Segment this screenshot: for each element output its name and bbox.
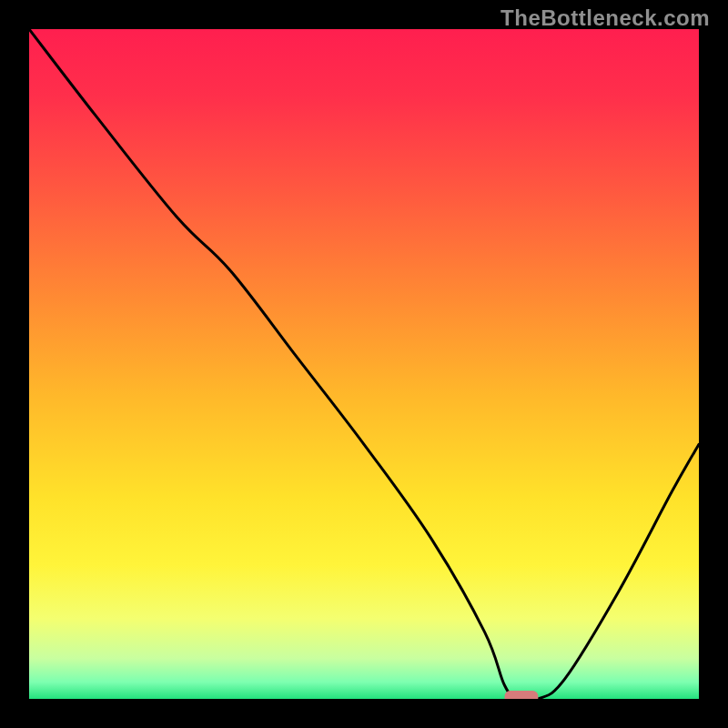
gradient-background [29,29,699,699]
plot-area [29,29,699,699]
optimal-marker [505,691,539,699]
watermark-label: TheBottleneck.com [500,5,710,31]
chart-frame [29,29,699,699]
bottleneck-chart [29,29,699,699]
